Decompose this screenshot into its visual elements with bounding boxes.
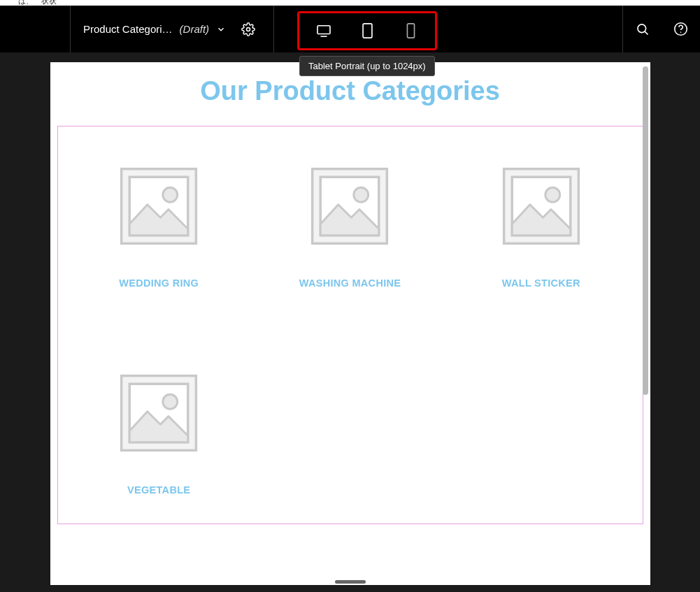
svg-point-8 [680,31,682,33]
page-status: (Draft) [180,23,210,35]
desktop-icon [316,24,331,37]
category-item[interactable]: VEGETABLE [92,373,227,496]
placeholder-image-icon [118,373,199,454]
category-label: WALL STICKER [502,277,580,289]
category-label: WASHING MACHINE [299,277,401,289]
editor-topbar: Product Categori… (Draft) [0,6,700,52]
svg-rect-4 [407,24,414,38]
category-item[interactable]: WASHING MACHINE [283,166,417,289]
search-button[interactable] [623,6,662,52]
help-button[interactable] [662,6,700,52]
help-icon [673,22,688,36]
svg-point-5 [637,24,645,32]
settings-button[interactable] [236,22,261,36]
device-mobile-button[interactable] [389,15,432,46]
device-desktop-button[interactable] [302,15,345,46]
svg-line-6 [645,31,648,34]
category-item[interactable]: WEDDING RING [92,166,227,289]
page-title: Product Categori… [83,23,173,35]
mobile-icon [406,23,415,38]
preview-canvas[interactable]: Our Product Categories WEDDING RING WASH… [50,62,650,585]
tablet-icon [362,23,373,38]
categories-container: WEDDING RING WASHING MACHINE WALL STICKE… [57,126,643,524]
svg-rect-1 [317,26,330,34]
bottom-resize-handle[interactable] [335,580,366,584]
gear-icon [241,22,255,36]
search-icon [636,22,650,36]
svg-point-0 [247,27,250,31]
topbar-left-slot [0,6,71,52]
placeholder-image-icon [501,166,582,247]
responsive-device-group [297,11,437,50]
svg-point-14 [354,187,369,202]
device-tooltip: Tablet Portrait (up to 1024px) [299,56,435,76]
topbar-right [622,6,700,52]
categories-grid: WEDDING RING WASHING MACHINE WALL STICKE… [92,166,609,496]
canvas-wrap: Our Product Categories WEDDING RING WASH… [0,52,700,592]
svg-point-20 [163,394,178,409]
svg-point-17 [545,187,560,202]
chevron-down-icon[interactable] [216,24,226,34]
device-tablet-button[interactable] [345,15,389,46]
canvas-scrollbar[interactable] [643,66,648,395]
category-item[interactable]: WALL STICKER [473,166,608,289]
category-label: VEGETABLE [127,484,190,496]
category-label: WEDDING RING [119,277,199,289]
placeholder-image-icon [309,166,390,247]
svg-point-11 [163,187,178,202]
placeholder-image-icon [118,166,199,247]
window-chrome-strip [0,0,700,6]
svg-rect-3 [363,24,372,38]
page-info[interactable]: Product Categori… (Draft) [71,6,274,52]
